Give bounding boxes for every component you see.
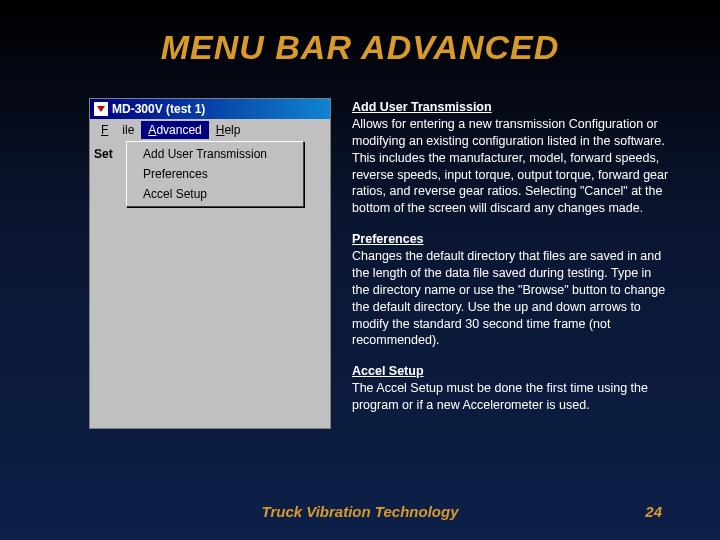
page-number: 24 <box>622 503 662 520</box>
menu-item-add-user-transmission[interactable]: Add User Transmission <box>129 144 301 164</box>
slide-title: MENU BAR ADVANCED <box>0 0 720 67</box>
footer-spacer <box>58 503 98 520</box>
section-heading: Preferences <box>352 232 424 246</box>
menu-advanced[interactable]: Advanced <box>141 121 208 139</box>
menu-bar: File Advanced Help <box>90 119 330 141</box>
window-titlebar: MD-300V (test 1) <box>90 99 330 119</box>
menu-file[interactable]: File <box>94 121 141 139</box>
section-heading: Add User Transmission <box>352 100 492 114</box>
section-body: Allows for entering a new transmission C… <box>352 117 668 215</box>
body-label: Set <box>94 147 113 161</box>
section-body: Changes the default directory that files… <box>352 249 665 347</box>
explanation-column: Add User Transmission Allows for enterin… <box>352 99 672 428</box>
window-title: MD-300V (test 1) <box>112 102 205 116</box>
section-add-user-transmission: Add User Transmission Allows for enterin… <box>352 99 672 217</box>
footer: Truck Vibration Technology 24 <box>0 503 720 520</box>
section-body: The Accel Setup must be done the first t… <box>352 381 648 412</box>
screenshot-window: MD-300V (test 1) File Advanced Help Set … <box>90 99 330 428</box>
footer-title: Truck Vibration Technology <box>98 503 622 520</box>
menu-item-accel-setup[interactable]: Accel Setup <box>129 184 301 204</box>
menu-item-preferences[interactable]: Preferences <box>129 164 301 184</box>
section-heading: Accel Setup <box>352 364 424 378</box>
menu-help[interactable]: Help <box>209 121 248 139</box>
advanced-dropdown: Add User Transmission Preferences Accel … <box>126 141 304 207</box>
section-preferences: Preferences Changes the default director… <box>352 231 672 349</box>
content-area: MD-300V (test 1) File Advanced Help Set … <box>0 67 720 428</box>
section-accel-setup: Accel Setup The Accel Setup must be done… <box>352 363 672 414</box>
system-icon <box>94 102 108 116</box>
window-body: Set Add User Transmission Preferences Ac… <box>90 141 330 233</box>
